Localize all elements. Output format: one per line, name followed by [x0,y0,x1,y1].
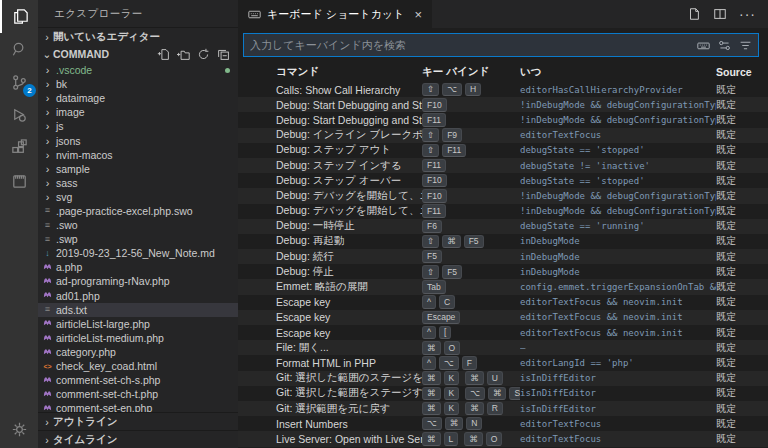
keybinding-row[interactable]: Debug: インライン ブレークポイント⇧F9editorTextFocus既… [238,128,768,143]
keybinding-row[interactable]: Debug: デバッグを開始して、エント…F10!inDebugMode && … [238,188,768,203]
tree-item[interactable]: ›js [38,119,238,133]
keybinding-row[interactable]: Escape key^CeditorTextFocus && neovim.in… [238,295,768,310]
tree-item[interactable]: ›image [38,105,238,119]
row-when: config.emmet.triggerExpansionOnTab && ed… [520,282,716,292]
row-source: 既定 [716,174,768,188]
notebook-extension-icon[interactable] [0,165,38,198]
row-command: File: 開く... [276,341,422,355]
keybinding-row[interactable]: File: 開く...⌘O—既定 [238,340,768,355]
keybinding-row[interactable]: Escape key^[editorTextFocus && neovim.in… [238,325,768,340]
row-command: Debug: ステップ アウト [276,143,422,157]
tree-item[interactable]: airticleList-large.php [38,317,238,331]
open-keybindings-json-icon[interactable] [687,7,701,21]
keybinding-row[interactable]: Git: 選択した範囲をステージする⌘K⌥⌘SisInDiffEditor既定 [238,386,768,401]
tree-item[interactable]: ad01.php [38,289,238,303]
tree-item[interactable]: ›sass [38,176,238,190]
keybinding-row[interactable]: Debug: Start Debugging and Stop o…F11!in… [238,112,768,127]
search-icon[interactable] [0,33,38,66]
tree-item[interactable]: airticleList-medium.php [38,331,238,345]
keybinding-row[interactable]: Git: 選択した範囲のステージを解除⌘K⌘UisInDiffEditor既定 [238,371,768,386]
row-when: isInDiffEditor [520,388,716,398]
sort-precedence-icon[interactable] [718,39,731,52]
header-command[interactable]: コマンド [276,65,422,79]
tree-item[interactable]: ›bk [38,77,238,91]
row-source: 既定 [716,295,768,309]
workspace-section-header[interactable]: ⌄ COMMAND [38,45,238,63]
tree-item[interactable]: ↓2019-09-23_12-56_New_Note.md [38,246,238,260]
explorer-icon[interactable] [0,0,38,33]
keybinding-row[interactable]: Debug: ステップ オーバーF10debugState == 'stoppe… [238,173,768,188]
key-chip: F11 [442,144,466,158]
new-folder-icon[interactable] [177,48,190,61]
new-file-icon[interactable] [157,48,170,61]
tree-item[interactable]: category.php [38,345,238,359]
tree-item[interactable]: ›nvim-macos [38,148,238,162]
tree-item[interactable]: <>check_key_coad.html [38,359,238,373]
keybinding-row[interactable]: Debug: デバッグを開始して、エント…F11!inDebugMode && … [238,204,768,219]
tree-item[interactable]: ›.vscode [38,63,238,77]
tree-item[interactable]: ›svg [38,190,238,204]
key-chip: S [509,387,520,401]
run-debug-icon[interactable] [0,99,38,132]
record-keys-icon[interactable] [697,39,710,52]
keybinding-row[interactable]: Emmet: 略語の展開Tabconfig.emmet.triggerExpan… [238,279,768,294]
row-when: editorTextFocus [520,419,716,429]
split-editor-icon[interactable] [713,7,727,21]
tree-item[interactable]: comment-set-en.php [38,401,238,412]
header-source[interactable]: Source [716,66,768,78]
key-chip: ^ [422,295,436,309]
tree-item[interactable]: ≡.swp [38,232,238,246]
row-when: editorHasCallHierarchyProvider [520,85,716,95]
open-editors-section[interactable]: › 開いているエディター [38,27,238,45]
key-chip: L [444,432,459,446]
refresh-icon[interactable] [197,48,210,61]
keybinding-row[interactable]: Debug: ステップ アウト⇧F11debugState == 'stoppe… [238,143,768,158]
header-when[interactable]: いつ [520,65,716,79]
keybinding-row[interactable]: Debug: 続行F5inDebugMode既定 [238,249,768,264]
key-chip: ⌘ [488,387,507,401]
keybinding-row[interactable]: Format HTML in PHP^⌥FeditorLangId == 'ph… [238,355,768,370]
row-keys: ⇧F5 [422,265,520,279]
row-keys: F10 [422,189,520,203]
php-file-icon [42,318,53,329]
tab-keyboard-shortcuts[interactable]: キーボード ショートカット × [238,0,432,28]
tree-item[interactable]: comment-set-ch-t.php [38,387,238,401]
row-command: Git: 選択した範囲のステージを解除 [276,371,422,385]
keybinding-row[interactable]: Debug: 再起動⇧⌘F5inDebugMode既定 [238,234,768,249]
tree-item[interactable]: comment-set-ch-s.php [38,373,238,387]
row-keys: ^[ [422,326,520,340]
timeline-section[interactable]: › タイムライン [38,430,238,448]
collapse-all-icon[interactable] [217,48,230,61]
source-control-icon[interactable]: 2 [0,66,38,99]
close-icon[interactable]: × [414,7,422,22]
search-input[interactable] [250,39,697,51]
tree-item[interactable]: ≡ads.txt [38,303,238,317]
row-when: editorTextFocus [520,434,716,444]
tree-item[interactable]: ›dataimage [38,91,238,105]
settings-gear-icon[interactable] [0,410,38,448]
header-keybinding[interactable]: キー バインド [422,65,520,79]
row-keys: F10 [422,98,520,112]
extensions-icon[interactable] [0,132,38,165]
tree-item[interactable]: ad-programing-rNav.php [38,274,238,288]
keybinding-row[interactable]: Insert Numbers⌥⌘NeditorTextFocus既定 [238,416,768,431]
more-actions-icon[interactable]: ··· [739,6,756,22]
keybinding-row[interactable]: Git: 選択範囲を元に戻す⌘K⌘RisInDiffEditor既定 [238,401,768,416]
row-when: debugState == 'stopped' [520,145,716,155]
keybinding-row[interactable]: Debug: Start Debugging and Stop o…F10!in… [238,97,768,112]
keybinding-row[interactable]: Debug: ステップ インするF11debugState != 'inacti… [238,158,768,173]
clear-filter-icon[interactable] [739,39,752,52]
chevron-right-icon: › [42,191,53,203]
key-chip: ^ [422,356,436,370]
tree-item[interactable]: ›sample [38,162,238,176]
tree-item[interactable]: ≡.swo [38,218,238,232]
keybinding-row[interactable]: Debug: 一時停止F6debugState == 'running'既定 [238,219,768,234]
keybinding-row[interactable]: Calls: Show Call Hierarchy⇧⌥HeditorHasCa… [238,82,768,97]
tree-item[interactable]: ≡.page-practice-excel.php.swo [38,204,238,218]
keybinding-row[interactable]: Live Server: Open with Live Server⌘L⌘Oed… [238,431,768,446]
tree-item[interactable]: a.php [38,260,238,274]
outline-section[interactable]: › アウトライン [38,412,238,430]
tree-item[interactable]: ›jsons [38,133,238,147]
keybinding-row[interactable]: Escape keyEscapeeditorTextFocus && neovi… [238,310,768,325]
keybinding-row[interactable]: Debug: 停止⇧F5inDebugMode既定 [238,264,768,279]
